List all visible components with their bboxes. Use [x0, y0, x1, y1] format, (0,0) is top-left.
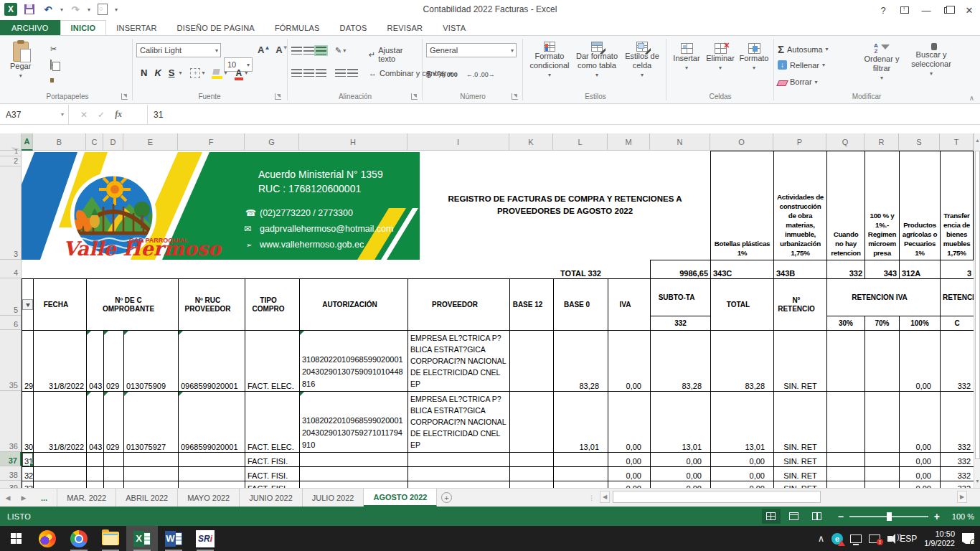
cell-P35[interactable]: SIN. RET [774, 331, 827, 392]
cell-S37[interactable]: 0,00 [900, 453, 941, 467]
borders-icon[interactable]: + [190, 68, 200, 78]
row-header-1[interactable]: 1 [0, 151, 22, 156]
row-header-5[interactable]: 5 [0, 278, 22, 316]
scroll-left-icon[interactable]: ◀ [600, 491, 610, 503]
cell-D36[interactable]: 029 [104, 392, 124, 453]
row-header-6[interactable]: 6 [0, 316, 22, 330]
col-header-I[interactable]: I [407, 133, 509, 151]
cut-button[interactable]: ✂ [50, 44, 57, 54]
zoom-level[interactable]: 100 % [944, 512, 974, 521]
sheet-tab-mar-2022[interactable]: MAR. 2022 [57, 489, 116, 507]
format-cells-button[interactable]: Formato▾ [738, 43, 771, 72]
col-header-H[interactable]: H [299, 133, 407, 151]
name-box[interactable]: A37▾ [0, 105, 69, 124]
antivirus-icon[interactable]: e [831, 533, 843, 545]
filter-icon[interactable] [22, 299, 33, 310]
collapse-ribbon-button[interactable]: ∧ [969, 94, 974, 102]
taskbar-word-icon[interactable]: W [158, 526, 189, 551]
col-header-C[interactable]: C [86, 133, 103, 151]
header-332[interactable]: 332 [651, 316, 711, 331]
cell-I35[interactable]: EMPRESA EL?CTRICA P?BLICA ESTRAT?GICA CO… [408, 331, 510, 392]
taskbar-explorer-icon[interactable] [95, 526, 126, 551]
header-actividades[interactable]: Actividades de construcción de obra mate… [773, 151, 826, 260]
fill-button[interactable]: ↓Rellenar▾ [778, 60, 825, 70]
header-70pct[interactable]: 70% [865, 316, 900, 331]
volume-icon[interactable] [887, 536, 892, 542]
cell-R4[interactable]: 343 [865, 260, 900, 279]
cell-F36[interactable]: 0968599020001 [179, 392, 245, 453]
sheet-tab-julio-2022[interactable]: JULIO 2022 [303, 489, 364, 507]
cell-G37[interactable]: FACT. FISI. [245, 453, 300, 467]
cancel-icon[interactable]: ✕ [80, 110, 88, 120]
cell-M4[interactable] [608, 260, 651, 279]
cell-G39[interactable]: FACT. FISI. [245, 481, 300, 489]
header-A-filter[interactable] [22, 279, 34, 331]
align-bottom-icon[interactable] [316, 47, 326, 55]
cell-G36[interactable]: FACT. ELEC. [245, 392, 300, 453]
underline-dropdown-icon[interactable]: ▾ [179, 70, 182, 76]
numero-dialog-launcher[interactable] [512, 93, 518, 100]
row-header-38[interactable]: 38 [0, 466, 22, 481]
insert-function-icon[interactable]: fx [115, 109, 122, 120]
start-button[interactable] [0, 526, 32, 551]
cell-A36[interactable]: 30 [22, 392, 34, 453]
header-ruc-proveedor[interactable]: Nº RUC PROVEEDOR [179, 279, 245, 331]
align-left-icon[interactable] [291, 69, 302, 77]
vertical-scrollbar[interactable]: ▲ ▼ [974, 133, 980, 488]
display-alert-icon[interactable]: ! [869, 534, 880, 543]
format-as-table-button[interactable]: Dar formato como tabla▾ [574, 42, 620, 80]
scroll-down-icon[interactable]: ▼ [974, 475, 980, 488]
cell-C36[interactable]: 043 [87, 392, 104, 453]
header-fecha[interactable]: FECHA [34, 279, 87, 331]
cell-I36[interactable]: EMPRESA EL?CTRICA P?BLICA ESTRAT?GICA CO… [408, 392, 510, 453]
header-total[interactable]: TOTAL [711, 279, 774, 331]
font-color-icon[interactable]: A [235, 68, 244, 78]
hidden-icons-chevron[interactable]: ∧ [818, 533, 825, 544]
cell-O4[interactable]: 343C [711, 260, 774, 279]
header-base0[interactable]: BASE 0 [554, 279, 608, 331]
insert-cells-button[interactable]: Insertar▾ [670, 43, 703, 72]
cell-O38[interactable]: 0,00 [711, 467, 774, 481]
taskbar-firefox-icon[interactable] [32, 526, 63, 551]
help-button[interactable]: ? [872, 0, 894, 20]
zoom-in-button[interactable]: + [934, 511, 940, 522]
cell-E36[interactable]: 013075927 [124, 392, 179, 453]
tab-inicio[interactable]: INICIO [60, 20, 107, 35]
new-sheet-button[interactable]: + [437, 489, 456, 507]
sheet-tab-mayo-2022[interactable]: MAYO 2022 [178, 489, 240, 507]
col-header-E[interactable]: E [123, 133, 178, 151]
col-header-A[interactable]: A [22, 133, 33, 151]
row-header-3[interactable]: 3 [0, 166, 22, 260]
header-iva[interactable]: IVA [608, 279, 651, 331]
cell-P37[interactable]: SIN. RET [774, 453, 827, 467]
tab-diseno-de-pagina[interactable]: DISEÑO DE PÁGINA [167, 20, 265, 35]
cell-T37[interactable]: 332 [941, 453, 974, 467]
alineacion-dialog-launcher[interactable] [411, 93, 418, 100]
orientation-icon[interactable]: ✎ [335, 46, 341, 55]
header-100pct[interactable]: 100% [900, 316, 941, 331]
fuente-dialog-launcher[interactable] [275, 93, 281, 100]
notification-center-icon[interactable]: 1 [962, 533, 974, 544]
cell-N35[interactable]: 83,28 [651, 331, 711, 392]
cell-N4-total-value[interactable]: 9986,65 [651, 260, 711, 279]
header-c[interactable]: C [941, 316, 974, 331]
cell-L4-total-label[interactable]: TOTAL 332 [554, 260, 608, 279]
portapapeles-dialog-launcher[interactable] [121, 93, 128, 100]
cell-K35[interactable] [510, 331, 554, 392]
scroll-up-icon[interactable]: ▲ [974, 133, 980, 148]
clear-button[interactable]: Borrar▾ [778, 77, 818, 86]
cell-S36[interactable]: 0,00 [900, 392, 941, 453]
cell-B36[interactable]: 31/8/2022 [34, 392, 87, 453]
cell-P4[interactable]: 343B [774, 260, 827, 279]
cell-B4[interactable] [34, 260, 87, 279]
formula-input[interactable]: 31 [148, 105, 980, 124]
align-middle-icon[interactable] [303, 47, 314, 55]
cell-S4[interactable]: 312A [900, 260, 941, 279]
cell-N37[interactable]: 0,00 [651, 453, 711, 467]
vertical-scroll-thumb[interactable] [975, 151, 980, 459]
cell-A37-selected[interactable]: 31 [22, 453, 34, 467]
language-indicator[interactable]: ESP [900, 534, 917, 544]
cell-G38[interactable]: FACT. FISI. [245, 467, 300, 481]
conditional-formatting-button[interactable]: Formato condicional▾ [527, 42, 573, 80]
cell-O35[interactable]: 83,28 [711, 331, 774, 392]
